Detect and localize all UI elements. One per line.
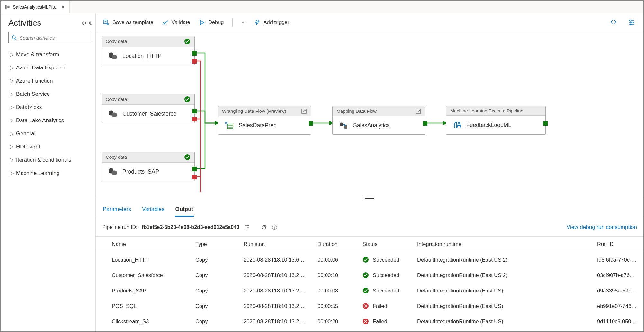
sidebar-category-item[interactable]: ▷Batch Service bbox=[8, 87, 92, 101]
document-tab[interactable]: SalesAnalyticsMLPip... ✕ bbox=[1, 1, 70, 13]
node-type-label: Copy data bbox=[106, 97, 127, 102]
node-copy-location-http[interactable]: Copy data Location_HTTP bbox=[102, 36, 195, 65]
sidebar-category-item[interactable]: ▷Azure Data Explorer bbox=[8, 61, 92, 74]
svg-point-25 bbox=[274, 226, 275, 227]
success-icon bbox=[184, 154, 191, 160]
table-header[interactable]: Run start bbox=[237, 237, 311, 252]
cell-ir: DefaultIntegrationRuntime (East US 2) bbox=[411, 252, 591, 268]
output-port-failure[interactable] bbox=[192, 175, 197, 179]
sidebar-category-item[interactable]: ▷Azure Function bbox=[8, 74, 92, 87]
sidebar-category-item[interactable]: ▷Move & transform bbox=[8, 48, 92, 61]
table-row[interactable]: Customer_SalesforceCopy2020-08-28T18:10:… bbox=[96, 267, 643, 283]
sidebar-category-item[interactable]: ▷Databricks bbox=[8, 101, 92, 114]
output-table: NameTypeRun startDurationStatusIntegrati… bbox=[96, 236, 643, 329]
search-activities-input[interactable] bbox=[8, 32, 92, 43]
output-port-success[interactable] bbox=[192, 167, 197, 171]
pipeline-toolbar: Save as template Validate Debug Add trig… bbox=[96, 13, 643, 31]
table-header[interactable]: Run ID bbox=[591, 237, 643, 252]
debug-label: Debug bbox=[208, 19, 224, 25]
validate-button[interactable]: Validate bbox=[162, 19, 190, 26]
node-mapping-salesanalytics[interactable]: Mapping Data Flow SalesAnalytics bbox=[332, 106, 425, 135]
table-header[interactable]: Status bbox=[356, 237, 411, 252]
node-name: FeedbackLoopML bbox=[466, 122, 511, 129]
sidebar-category-item[interactable]: ▷Iteration & conditionals bbox=[8, 153, 92, 166]
chevron-right-icon: ▷ bbox=[10, 143, 13, 150]
tab-variables[interactable]: Variables bbox=[141, 203, 165, 217]
info-icon[interactable] bbox=[272, 224, 277, 230]
table-row[interactable]: Clickstream_S3Copy2020-08-28T18:10:13.27… bbox=[96, 314, 643, 329]
cell-ir: DefaultIntegrationRuntime (East US) bbox=[411, 283, 591, 298]
chevron-right-icon: ▷ bbox=[10, 117, 13, 124]
category-label: Move & transform bbox=[16, 51, 59, 58]
output-port-success[interactable] bbox=[192, 109, 197, 113]
close-icon[interactable]: ✕ bbox=[61, 4, 65, 10]
cell-runid: fd8f6f9a-770c-4229-ad7b bbox=[591, 252, 643, 268]
success-icon bbox=[362, 256, 369, 263]
category-label: Databricks bbox=[16, 104, 42, 111]
cell-name: Location_HTTP bbox=[96, 252, 189, 268]
table-header[interactable]: Duration bbox=[311, 237, 356, 252]
category-label: Azure Function bbox=[16, 78, 53, 84]
cell-runid: d9a3395a-59b5-416d-a10 bbox=[591, 283, 643, 298]
save-as-template-label: Save as template bbox=[112, 19, 154, 25]
collapse-icon[interactable] bbox=[82, 21, 92, 25]
table-row[interactable]: Location_HTTPCopy2020-08-28T18:10:13.633… bbox=[96, 252, 643, 268]
category-label: HDInsight bbox=[16, 144, 40, 150]
category-label: Azure Data Explorer bbox=[16, 65, 65, 71]
tab-parameters[interactable]: Parameters bbox=[102, 203, 132, 217]
pipeline-canvas[interactable]: Copy data Location_HTTP Copy data bbox=[96, 31, 643, 197]
output-port-failure[interactable] bbox=[192, 117, 197, 121]
success-icon bbox=[184, 38, 191, 45]
table-header[interactable]: Name bbox=[96, 237, 189, 252]
output-port-success[interactable] bbox=[423, 121, 427, 126]
node-type-label: Machine Learning Execute Pipeline bbox=[450, 108, 523, 113]
chevron-right-icon: ▷ bbox=[10, 130, 13, 137]
sidebar-category-item[interactable]: ▷Machine Learning bbox=[8, 166, 92, 180]
code-view-button[interactable] bbox=[609, 18, 618, 27]
output-port-success[interactable] bbox=[543, 121, 548, 126]
activities-category-list: ▷Move & transform▷Azure Data Explorer▷Az… bbox=[8, 48, 92, 180]
output-port-failure[interactable] bbox=[192, 59, 197, 64]
output-port-success[interactable] bbox=[192, 51, 197, 56]
debug-dropdown[interactable] bbox=[241, 20, 246, 25]
run-id-label: Pipeline run ID: bbox=[102, 224, 137, 230]
sidebar-category-item[interactable]: ▷Data Lake Analytics bbox=[8, 114, 92, 127]
expand-icon[interactable] bbox=[301, 108, 307, 114]
database-icon bbox=[108, 110, 117, 118]
settings-button[interactable] bbox=[627, 18, 636, 27]
cell-name: Clickstream_S3 bbox=[96, 314, 189, 329]
table-header[interactable]: Type bbox=[189, 237, 237, 252]
expand-icon[interactable] bbox=[416, 108, 421, 114]
output-port-success[interactable] bbox=[309, 121, 313, 126]
copy-icon[interactable] bbox=[244, 224, 250, 230]
category-label: Data Lake Analytics bbox=[16, 117, 64, 124]
tab-output[interactable]: Output bbox=[175, 203, 194, 217]
cell-duration: 00:00:55 bbox=[311, 298, 356, 314]
sidebar-category-item[interactable]: ▷HDInsight bbox=[8, 140, 92, 153]
node-copy-customer-salesforce[interactable]: Copy data Customer_Salesforce bbox=[102, 94, 195, 123]
svg-rect-1 bbox=[5, 7, 7, 9]
search-icon bbox=[12, 35, 17, 40]
view-debug-consumption-link[interactable]: View debug run consumption bbox=[567, 224, 637, 230]
toolbar-separator bbox=[232, 18, 233, 27]
node-copy-products-sap[interactable]: Copy data Products_SAP bbox=[102, 152, 195, 181]
save-as-template-button[interactable]: Save as template bbox=[103, 19, 154, 26]
node-wrangling-salesdataprep[interactable]: Wrangling Data Flow (Preview) SalesDataP… bbox=[218, 106, 311, 135]
debug-button[interactable]: Debug bbox=[199, 19, 224, 26]
activities-sidebar: Activities ▷Move & transform▷Azure Data … bbox=[1, 13, 96, 331]
ml-icon bbox=[453, 121, 461, 129]
svg-rect-2 bbox=[8, 6, 10, 8]
cell-ir: DefaultIntegrationRuntime (East US) bbox=[411, 298, 591, 314]
add-trigger-label: Add trigger bbox=[264, 19, 290, 25]
svg-rect-18 bbox=[227, 124, 233, 129]
table-row[interactable]: POS_SQLCopy2020-08-28T18:10:13.25800:00:… bbox=[96, 298, 643, 314]
table-row[interactable]: Products_SAPCopy2020-08-28T18:10:13.2890… bbox=[96, 283, 643, 298]
cell-duration: 00:00:20 bbox=[311, 314, 356, 329]
node-ml-feedbackloop[interactable]: Machine Learning Execute Pipeline Feedba… bbox=[446, 106, 546, 135]
sidebar-category-item[interactable]: ▷General bbox=[8, 127, 92, 140]
refresh-icon[interactable] bbox=[261, 224, 267, 230]
table-header[interactable]: Integration runtime bbox=[411, 237, 591, 252]
validate-label: Validate bbox=[172, 19, 190, 25]
cell-start: 2020-08-28T18:10:13.289 bbox=[237, 283, 311, 298]
add-trigger-button[interactable]: Add trigger bbox=[254, 19, 290, 26]
